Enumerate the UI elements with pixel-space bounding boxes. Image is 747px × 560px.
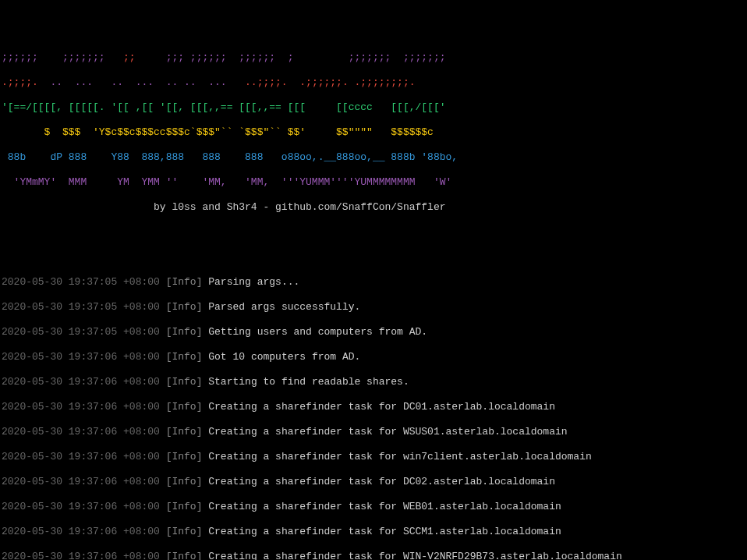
log-line: 2020-05-30 19:37:06 +08:00 [Info] Starti… xyxy=(2,376,745,388)
log-line: 2020-05-30 19:37:06 +08:00 [Info] Creati… xyxy=(2,426,745,438)
banner-byline: by l0ss and Sh3r4 - github.com/SnaffCon/… xyxy=(2,201,745,214)
log-line: 2020-05-30 19:37:05 +08:00 [Info] Parsed… xyxy=(2,301,745,314)
blank xyxy=(2,226,745,239)
log-line: 2020-05-30 19:37:06 +08:00 [Info] Creati… xyxy=(2,451,745,463)
log-line: 2020-05-30 19:37:05 +08:00 [Info] Gettin… xyxy=(2,326,745,338)
blank xyxy=(2,251,745,264)
banner-l2: .;;;;. .. ... .. ... .. .. ... ..;;;;. .… xyxy=(2,76,745,89)
banner-l3: '[==/[[[[, [[[[[. '[[ ,[[ '[[, [[[,,== [… xyxy=(2,101,745,114)
log-line: 2020-05-30 19:37:06 +08:00 [Info] Creati… xyxy=(2,526,745,538)
log-line: 2020-05-30 19:37:05 +08:00 [Info] Parsin… xyxy=(2,276,745,289)
banner-l1: ;;;;;; ;;;;;;; ;; ;;; ;;;;;; ;;;;;; ; ;;… xyxy=(2,51,745,64)
log-line: 2020-05-30 19:37:06 +08:00 [Info] Creati… xyxy=(2,551,745,560)
banner-l5: 88b dP 888 Y88 888,888 888 888 o88oo,.__… xyxy=(2,151,745,164)
log-line: 2020-05-30 19:37:06 +08:00 [Info] Creati… xyxy=(2,401,745,413)
log-line: 2020-05-30 19:37:06 +08:00 [Info] Creati… xyxy=(2,476,745,488)
log-line: 2020-05-30 19:37:06 +08:00 [Info] Creati… xyxy=(2,501,745,513)
log-line: 2020-05-30 19:37:06 +08:00 [Info] Got 10… xyxy=(2,351,745,363)
banner-l4: $ $$$ 'Y$c$$c$$$cc$$$c`$$$"`` `$$$"`` $$… xyxy=(2,126,745,139)
banner-l6: 'YMmMY' MMM YM YMM '' 'MM, 'MM, '''YUMMM… xyxy=(2,176,745,189)
